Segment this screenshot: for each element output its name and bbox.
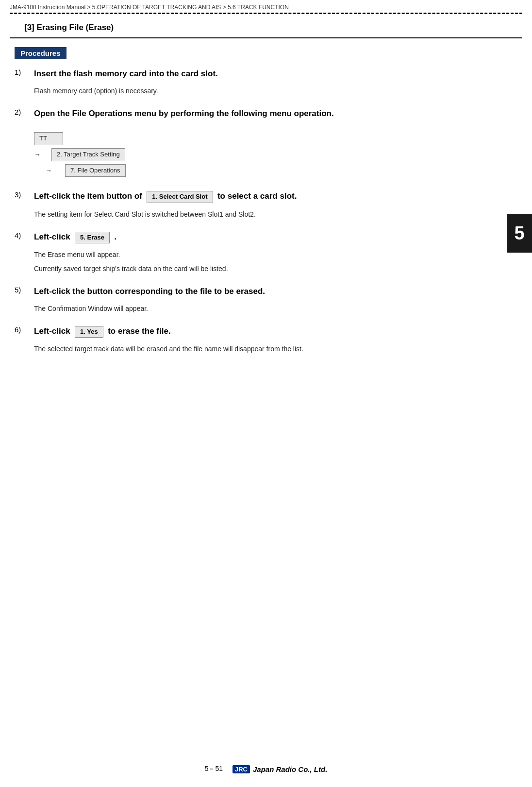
chapter-tab: 5 bbox=[507, 214, 532, 253]
tt-button[interactable]: TT bbox=[34, 132, 63, 145]
step-4-header: 4) Left-click 5. Erase . bbox=[15, 231, 517, 243]
section-title: [3] Erasing File (Erase) bbox=[10, 14, 522, 38]
step-1-text: Flash memory card (option) is necessary. bbox=[34, 86, 517, 96]
page-footer: 5－51 JRC Japan Radio Co., Ltd. bbox=[0, 765, 532, 773]
step-1: 1) Insert the flash memory card into the… bbox=[15, 68, 517, 99]
step-6-body: The selected target track data will be e… bbox=[34, 343, 517, 357]
step-4-num: 4) bbox=[15, 231, 34, 240]
procedures-badge: Procedures bbox=[15, 47, 66, 59]
step-4-text2: Currently saved target ship's track data… bbox=[34, 263, 517, 274]
arrow-icon-2: → bbox=[34, 165, 61, 176]
step-4-suffix: . bbox=[114, 232, 116, 241]
yes-button[interactable]: 1. Yes bbox=[75, 326, 103, 338]
target-track-button[interactable]: 2. Target Track Setting bbox=[51, 148, 125, 161]
step-3-title: Left-click the item button of 1. Select … bbox=[34, 190, 297, 203]
step-2-title: Open the File Operations menu by perform… bbox=[34, 108, 334, 120]
menu-flow: TT → 2. Target Track Setting → 7. File O… bbox=[34, 132, 517, 177]
step-2-body: TT → 2. Target Track Setting → 7. File O… bbox=[34, 125, 517, 182]
step-1-header: 1) Insert the flash memory card into the… bbox=[15, 68, 517, 80]
step-4-prefix: Left-click bbox=[34, 232, 70, 241]
step-6-text: The selected target track data will be e… bbox=[34, 343, 517, 354]
step-6-header: 6) Left-click 1. Yes to erase the file. bbox=[15, 325, 517, 338]
step-5: 5) Left-click the button corresponding t… bbox=[15, 286, 517, 317]
step-5-body: The Confirmation Window will appear. bbox=[34, 303, 517, 317]
step-2-header: 2) Open the File Operations menu by perf… bbox=[15, 108, 517, 120]
arrow-icon-1: → bbox=[34, 149, 48, 160]
step-4-title: Left-click 5. Erase . bbox=[34, 231, 116, 243]
step-6-suffix: to erase the file. bbox=[108, 326, 170, 336]
step-4-text1: The Erase menu will appear. bbox=[34, 249, 517, 260]
file-operations-button[interactable]: 7. File Operations bbox=[65, 164, 126, 177]
jrc-badge: JRC bbox=[233, 765, 250, 773]
step-6-num: 6) bbox=[15, 325, 34, 334]
step-1-title: Insert the flash memory card into the ca… bbox=[34, 68, 218, 80]
step-2: 2) Open the File Operations menu by perf… bbox=[15, 108, 517, 182]
step-2-num: 2) bbox=[15, 108, 34, 116]
step-6-title: Left-click 1. Yes to erase the file. bbox=[34, 325, 171, 338]
content-area: 1) Insert the flash memory card into the… bbox=[0, 68, 532, 358]
step-5-text: The Confirmation Window will appear. bbox=[34, 303, 517, 314]
step-3-prefix: Left-click the item button of bbox=[34, 191, 142, 201]
jrc-logo: JRC Japan Radio Co., Ltd. bbox=[233, 765, 327, 773]
erase-button[interactable]: 5. Erase bbox=[75, 232, 110, 243]
step-3-header: 3) Left-click the item button of 1. Sele… bbox=[15, 190, 517, 203]
step-1-body: Flash memory card (option) is necessary. bbox=[34, 86, 517, 99]
step-5-header: 5) Left-click the button corresponding t… bbox=[15, 286, 517, 297]
step-4-body: The Erase menu will appear. Currently sa… bbox=[34, 249, 517, 277]
step-3-suffix: to select a card slot. bbox=[217, 191, 297, 201]
step-6-prefix: Left-click bbox=[34, 326, 70, 336]
menu-root-row: TT bbox=[34, 132, 517, 145]
step-5-num: 5) bbox=[15, 286, 34, 294]
step-6: 6) Left-click 1. Yes to erase the file. … bbox=[15, 325, 517, 358]
step-4: 4) Left-click 5. Erase . The Erase menu … bbox=[15, 231, 517, 277]
step-5-title: Left-click the button corresponding to t… bbox=[34, 286, 265, 297]
page-number: 5－51 bbox=[205, 765, 223, 773]
menu-row-1: → 2. Target Track Setting bbox=[34, 148, 517, 161]
breadcrumb: JMA-9100 Instruction Manual > 5.OPERATIO… bbox=[0, 0, 532, 13]
step-3-body: The setting item for Select Card Slot is… bbox=[34, 209, 517, 222]
step-3-num: 3) bbox=[15, 190, 34, 199]
menu-row-2: → 7. File Operations bbox=[34, 164, 517, 177]
step-3: 3) Left-click the item button of 1. Sele… bbox=[15, 190, 517, 222]
select-card-slot-button[interactable]: 1. Select Card Slot bbox=[147, 191, 213, 203]
step-3-text: The setting item for Select Card Slot is… bbox=[34, 209, 517, 220]
company-name: Japan Radio Co., Ltd. bbox=[253, 765, 327, 773]
step-1-num: 1) bbox=[15, 68, 34, 76]
